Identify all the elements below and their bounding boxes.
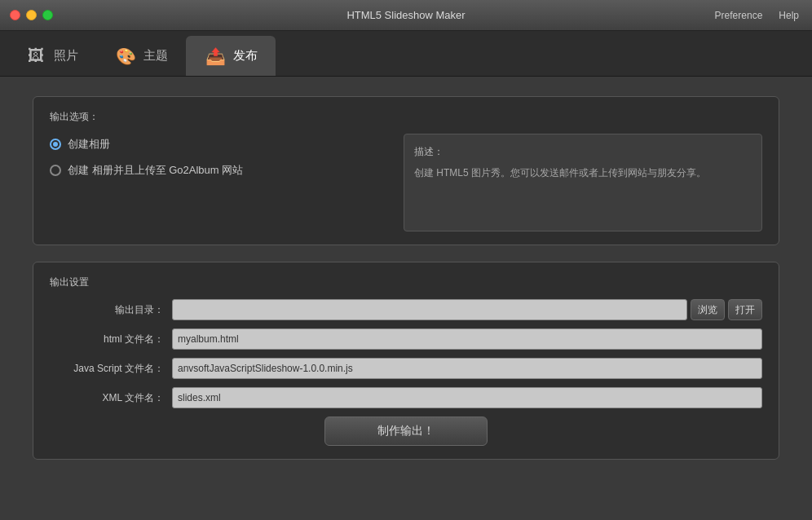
submit-button[interactable]: 制作输出！: [324, 416, 488, 446]
radio-create-album-label: 创建相册: [68, 137, 110, 152]
output-settings-panel: 输出设置 输出目录： 浏览 打开 html 文件名： Java Script 文…: [33, 262, 779, 460]
html-file-label: html 文件名：: [50, 333, 164, 346]
tab-photos[interactable]: 🖼 照片: [7, 36, 96, 76]
preference-menu-item[interactable]: Preference: [715, 10, 763, 21]
xml-file-input[interactable]: [172, 387, 762, 408]
titlebar-menu: Preference Help: [715, 10, 799, 21]
photos-icon: 🖼: [24, 45, 47, 68]
theme-icon: 🎨: [114, 45, 137, 68]
tab-photos-label: 照片: [54, 48, 78, 64]
xml-file-row: XML 文件名：: [50, 387, 762, 408]
main-content: 输出选项： 创建相册 创建 相册并且上传至 Go2Album 网站 描述： 创建…: [0, 77, 812, 520]
window-title: HTML5 Slideshow Maker: [346, 9, 465, 21]
output-dir-label: 输出目录：: [50, 303, 164, 317]
toolbar: 🖼 照片 🎨 主题 📤 发布: [0, 31, 812, 77]
radio-create-upload-label: 创建 相册并且上传至 Go2Album 网站: [68, 163, 243, 178]
description-body: 创建 HTML5 图片秀。您可以发送邮件或者上传到网站与朋友分享。: [414, 165, 752, 181]
output-options-panel: 输出选项： 创建相册 创建 相册并且上传至 Go2Album 网站 描述： 创建…: [33, 96, 779, 245]
options-left: 创建相册 创建 相册并且上传至 Go2Album 网站: [50, 134, 387, 231]
radio-create-album[interactable]: 创建相册: [50, 137, 387, 152]
publish-icon: 📤: [204, 45, 227, 68]
html-file-input[interactable]: [172, 328, 762, 350]
output-dir-field-group: 浏览 打开: [172, 299, 762, 320]
browse-button[interactable]: 浏览: [691, 299, 725, 320]
xml-file-label: XML 文件名：: [50, 391, 164, 405]
radio-create-upload[interactable]: 创建 相册并且上传至 Go2Album 网站: [50, 163, 387, 178]
output-dir-input[interactable]: [172, 299, 687, 320]
js-file-row: Java Script 文件名：: [50, 358, 762, 379]
output-options-title: 输出选项：: [50, 110, 762, 124]
tab-publish[interactable]: 📤 发布: [186, 36, 276, 76]
html-file-row: html 文件名：: [50, 328, 762, 350]
js-file-input[interactable]: [172, 358, 762, 379]
help-menu-item[interactable]: Help: [779, 10, 799, 21]
output-dir-row: 输出目录： 浏览 打开: [50, 299, 762, 320]
radio-create-album-circle: [50, 139, 61, 150]
maximize-button[interactable]: [42, 10, 53, 20]
tab-theme[interactable]: 🎨 主题: [96, 36, 186, 76]
radio-create-upload-circle: [50, 165, 61, 176]
minimize-button[interactable]: [26, 10, 37, 20]
titlebar: HTML5 Slideshow Maker Preference Help: [0, 0, 812, 31]
js-file-label: Java Script 文件名：: [50, 362, 164, 376]
tab-theme-label: 主题: [143, 48, 168, 64]
description-title: 描述：: [414, 144, 752, 160]
description-box: 描述： 创建 HTML5 图片秀。您可以发送邮件或者上传到网站与朋友分享。: [404, 134, 762, 231]
open-button[interactable]: 打开: [728, 299, 762, 320]
submit-area: 制作输出！: [50, 416, 762, 446]
close-button[interactable]: [10, 10, 20, 20]
traffic-lights: [10, 10, 53, 20]
radio-group: 创建相册 创建 相册并且上传至 Go2Album 网站: [50, 137, 387, 178]
tab-publish-label: 发布: [233, 48, 258, 64]
output-settings-title: 输出设置: [50, 275, 762, 289]
